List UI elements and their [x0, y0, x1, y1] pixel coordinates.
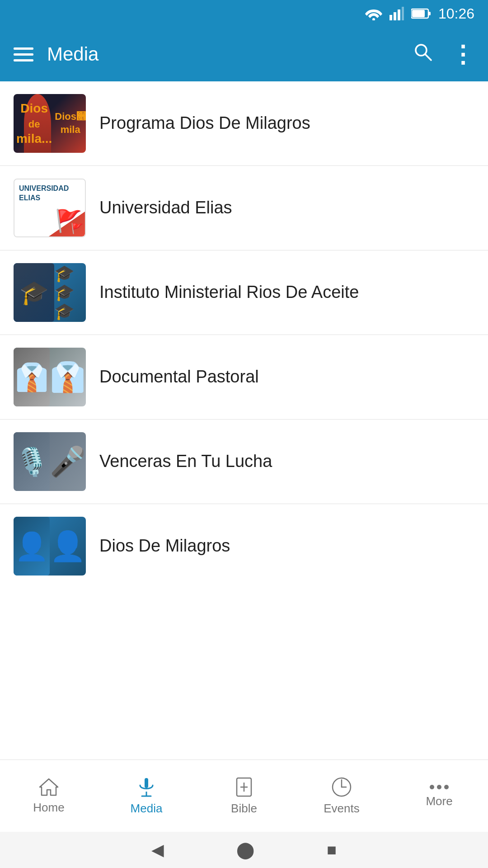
- nav-label-more: More: [426, 794, 452, 808]
- svg-rect-7: [412, 10, 425, 17]
- svg-point-21: [444, 785, 449, 789]
- list-item[interactable]: UNIVERSIDADELIAS 🚩 Universidad Elias: [0, 166, 488, 250]
- app-bar: Media ⋮: [0, 27, 488, 81]
- svg-point-0: [372, 18, 375, 20]
- nav-label-bible: Bible: [231, 802, 257, 816]
- app-bar-actions: ⋮: [413, 42, 474, 66]
- list-item[interactable]: Diosdemila... Programa Dios De Milagros: [0, 81, 488, 166]
- svg-rect-10: [145, 778, 148, 788]
- svg-point-20: [437, 785, 441, 789]
- signal-icon: [389, 7, 404, 20]
- system-nav: ◀ ⬤ ■: [0, 832, 488, 868]
- list-item[interactable]: 👔 Documental Pastoral: [0, 335, 488, 420]
- app-bar-title: Media: [47, 43, 99, 65]
- status-bar: 10:26: [0, 0, 488, 27]
- overflow-menu-button[interactable]: ⋮: [451, 42, 474, 66]
- more-icon: [428, 783, 450, 791]
- svg-rect-1: [389, 15, 392, 20]
- bible-icon: [235, 776, 253, 798]
- battery-icon: [411, 8, 431, 19]
- item-thumbnail: UNIVERSIDADELIAS 🚩: [14, 179, 86, 237]
- bottom-nav: Home Media Bible Events: [0, 760, 488, 832]
- nav-label-home: Home: [33, 801, 64, 815]
- item-title: Instituto Ministerial Rios De Aceite: [99, 281, 359, 303]
- svg-line-9: [425, 54, 431, 60]
- status-icons: 10:26: [365, 5, 474, 22]
- home-button[interactable]: ⬤: [236, 840, 254, 859]
- nav-item-media[interactable]: Media: [98, 760, 195, 832]
- list-item[interactable]: 👤 Dios De Milagros: [0, 504, 488, 588]
- item-thumbnail: 👔: [14, 348, 86, 406]
- media-icon: [136, 776, 156, 798]
- menu-button[interactable]: [14, 47, 33, 61]
- item-thumbnail: Diosdemila...: [14, 94, 86, 153]
- item-title: Documental Pastoral: [99, 366, 259, 388]
- item-title: Dios De Milagros: [99, 535, 230, 557]
- item-title: Venceras En Tu Lucha: [99, 450, 272, 472]
- item-thumbnail: 🎙️: [14, 432, 86, 491]
- svg-rect-6: [428, 12, 431, 15]
- list-item[interactable]: 🎓 Instituto Ministerial Rios De Aceite: [0, 250, 488, 335]
- nav-item-bible[interactable]: Bible: [195, 760, 293, 832]
- nav-label-media: Media: [131, 802, 163, 816]
- home-icon: [38, 777, 60, 797]
- svg-rect-3: [398, 9, 400, 20]
- app-bar-left: Media: [14, 43, 99, 65]
- item-title: Programa Dios De Milagros: [99, 112, 310, 134]
- search-button[interactable]: [413, 42, 433, 66]
- events-icon: [331, 776, 352, 798]
- nav-item-home[interactable]: Home: [0, 760, 98, 832]
- item-thumbnail: 🎓: [14, 263, 86, 322]
- nav-item-more[interactable]: More: [390, 760, 488, 832]
- nav-label-events: Events: [324, 802, 360, 816]
- recents-button[interactable]: ■: [327, 840, 337, 859]
- wifi-icon: [365, 7, 382, 20]
- media-list: Diosdemila... Programa Dios De Milagros …: [0, 81, 488, 760]
- item-title: Universidad Elias: [99, 197, 232, 219]
- svg-point-19: [430, 785, 434, 789]
- back-button[interactable]: ◀: [151, 840, 164, 859]
- status-time: 10:26: [438, 5, 474, 22]
- item-thumbnail: 👤: [14, 517, 86, 576]
- svg-rect-4: [402, 7, 404, 20]
- list-item[interactable]: 🎙️ Venceras En Tu Lucha: [0, 420, 488, 504]
- svg-rect-2: [394, 12, 396, 20]
- nav-item-events[interactable]: Events: [293, 760, 390, 832]
